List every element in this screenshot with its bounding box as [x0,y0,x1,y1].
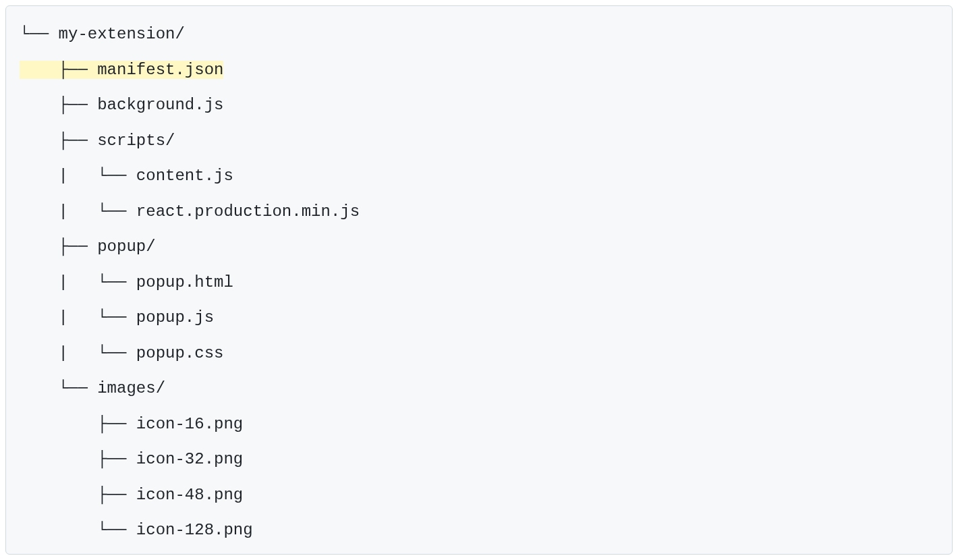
tree-line: └── my-extension/ [20,17,938,53]
tree-prefix: | └── [20,273,136,291]
tree-name: popup.html [136,273,233,291]
tree-line: | └── popup.js [20,300,938,336]
tree-line: ├── scripts/ [20,123,938,159]
tree-line: ├── icon-32.png [20,442,938,478]
tree-name: scripts/ [97,132,175,150]
tree-prefix: ├── [20,486,136,504]
tree-prefix: | └── [20,308,136,327]
tree-line: | └── popup.html [20,265,938,301]
tree-name: icon-16.png [136,415,243,433]
tree-line: | └── react.production.min.js [20,194,938,230]
tree-prefix: ├── [20,415,136,433]
tree-line: └── images/ [20,371,938,407]
highlighted-segment: ├── manifest.json [20,61,223,79]
tree-line: ├── background.js [20,88,938,123]
tree-prefix: ├── [20,450,136,468]
tree-prefix: └── [20,521,136,539]
tree-line: ├── icon-16.png [20,407,938,443]
tree-name: icon-128.png [136,521,253,539]
directory-tree-block: └── my-extension/ ├── manifest.json ├── … [5,5,953,555]
tree-prefix: └── [20,25,59,43]
tree-prefix: | └── [20,202,136,221]
tree-name: popup.css [136,344,224,362]
tree-name: popup.js [136,308,214,327]
tree-name: popup/ [97,237,155,256]
tree-name: background.js [97,96,223,114]
tree-prefix: └── [20,379,97,397]
tree-line: ├── icon-48.png [20,478,938,513]
tree-prefix: ├── [20,61,97,79]
tree-line: ├── popup/ [20,229,938,265]
tree-prefix: | └── [20,167,136,185]
tree-prefix: ├── [20,237,97,256]
tree-name: my-extension/ [59,25,185,43]
tree-line: ├── manifest.json [20,53,938,88]
tree-name: icon-32.png [136,450,243,468]
tree-name: icon-48.png [136,486,243,504]
tree-line: └── icon-128.png [20,513,938,549]
tree-prefix: | └── [20,344,136,362]
tree-name: react.production.min.js [136,202,360,221]
tree-prefix: ├── [20,132,97,150]
tree-name: manifest.json [97,61,223,79]
tree-line: | └── popup.css [20,336,938,372]
tree-name: content.js [136,167,233,185]
tree-name: images/ [97,379,165,397]
tree-prefix: ├── [20,96,97,114]
tree-line: | └── content.js [20,159,938,194]
